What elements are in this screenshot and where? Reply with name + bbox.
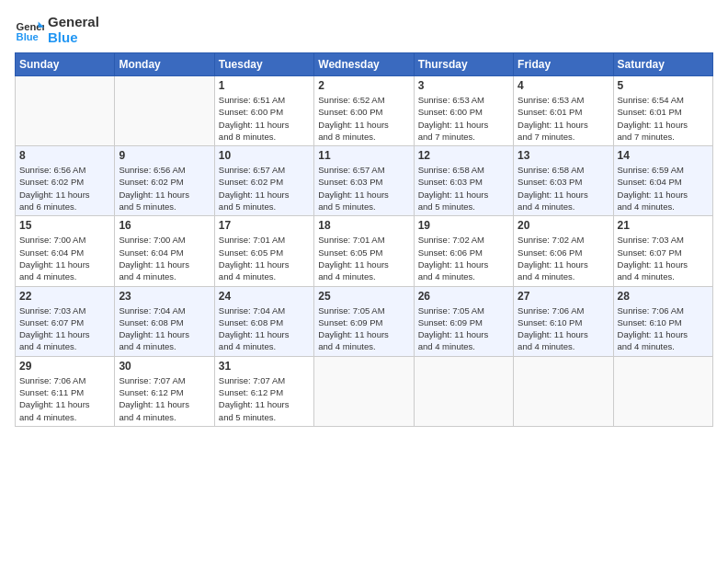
day-detail: Sunrise: 7:02 AMSunset: 6:06 PMDaylight:… (518, 234, 609, 282)
day-detail: Sunrise: 7:03 AMSunset: 6:07 PMDaylight:… (19, 304, 110, 353)
calendar-day-cell: 10 Sunrise: 6:57 AMSunset: 6:02 PMDaylig… (214, 146, 313, 216)
day-detail: Sunrise: 7:05 AMSunset: 6:09 PMDaylight:… (418, 304, 509, 353)
day-header-saturday: Saturday (613, 53, 712, 76)
day-number: 18 (318, 219, 409, 232)
day-detail: Sunrise: 7:06 AMSunset: 6:11 PMDaylight:… (19, 374, 110, 423)
day-detail: Sunrise: 7:00 AMSunset: 6:04 PMDaylight:… (119, 234, 210, 282)
day-detail: Sunrise: 6:58 AMSunset: 6:03 PMDaylight:… (418, 164, 509, 213)
day-detail: Sunrise: 7:07 AMSunset: 6:12 PMDaylight:… (219, 374, 310, 423)
day-detail: Sunrise: 7:03 AMSunset: 6:07 PMDaylight:… (618, 234, 709, 282)
day-number: 11 (318, 149, 409, 162)
day-detail: Sunrise: 6:57 AMSunset: 6:03 PMDaylight:… (318, 164, 409, 213)
day-detail: Sunrise: 6:57 AMSunset: 6:02 PMDaylight:… (219, 164, 310, 213)
calendar-day-cell: 4Sunrise: 6:53 AMSunset: 6:01 PMDaylight… (514, 76, 613, 146)
calendar-day-cell: 22 Sunrise: 7:03 AMSunset: 6:07 PMDaylig… (16, 286, 115, 356)
day-number: 13 (518, 149, 609, 162)
calendar-day-cell (16, 76, 115, 146)
day-number: 29 (19, 360, 110, 373)
calendar-day-cell (414, 356, 513, 426)
calendar-day-cell (115, 76, 214, 146)
calendar-week-row: 22 Sunrise: 7:03 AMSunset: 6:07 PMDaylig… (16, 286, 713, 356)
day-number: 22 (19, 290, 110, 303)
day-number: 21 (618, 219, 709, 232)
calendar-day-cell: 23 Sunrise: 7:04 AMSunset: 6:08 PMDaylig… (115, 286, 214, 356)
calendar-day-cell: 29 Sunrise: 7:06 AMSunset: 6:11 PMDaylig… (16, 356, 115, 426)
day-number: 10 (219, 149, 310, 162)
calendar-day-cell: 17 Sunrise: 7:01 AMSunset: 6:05 PMDaylig… (214, 216, 313, 286)
day-number: 23 (119, 290, 210, 303)
logo: General Blue General Blue (15, 15, 99, 45)
day-number: 17 (219, 219, 310, 232)
day-number: 30 (119, 360, 210, 373)
calendar-day-cell: 25 Sunrise: 7:05 AMSunset: 6:09 PMDaylig… (314, 286, 414, 356)
day-header-tuesday: Tuesday (214, 53, 313, 76)
day-number: 27 (518, 290, 609, 303)
calendar-table: SundayMondayTuesdayWednesdayThursdayFrid… (15, 52, 713, 427)
day-detail: Sunrise: 6:59 AMSunset: 6:04 PMDaylight:… (618, 164, 709, 213)
calendar-day-cell: 9 Sunrise: 6:56 AMSunset: 6:02 PMDayligh… (115, 146, 214, 216)
page-header: General Blue General Blue (15, 15, 713, 45)
day-number: 28 (618, 290, 709, 303)
calendar-day-cell: 16 Sunrise: 7:00 AMSunset: 6:04 PMDaylig… (115, 216, 214, 286)
calendar-day-cell: 15 Sunrise: 7:00 AMSunset: 6:04 PMDaylig… (16, 216, 115, 286)
day-detail: Sunrise: 7:06 AMSunset: 6:10 PMDaylight:… (518, 304, 609, 353)
calendar-day-cell: 30 Sunrise: 7:07 AMSunset: 6:12 PMDaylig… (115, 356, 214, 426)
calendar-day-cell: 11 Sunrise: 6:57 AMSunset: 6:03 PMDaylig… (314, 146, 414, 216)
day-number: 26 (418, 290, 509, 303)
calendar-day-cell: 8 Sunrise: 6:56 AMSunset: 6:02 PMDayligh… (16, 146, 115, 216)
day-detail: Sunrise: 7:01 AMSunset: 6:05 PMDaylight:… (318, 234, 409, 282)
calendar-day-cell: 28 Sunrise: 7:06 AMSunset: 6:10 PMDaylig… (613, 286, 712, 356)
day-detail: Sunrise: 7:04 AMSunset: 6:08 PMDaylight:… (219, 304, 310, 353)
calendar-day-cell: 18 Sunrise: 7:01 AMSunset: 6:05 PMDaylig… (314, 216, 414, 286)
day-header-friday: Friday (514, 53, 613, 76)
day-detail: Sunrise: 7:04 AMSunset: 6:08 PMDaylight:… (119, 304, 210, 353)
day-number: 14 (618, 149, 709, 162)
logo-icon: General Blue (15, 16, 44, 45)
day-detail: Sunrise: 7:05 AMSunset: 6:09 PMDaylight:… (318, 304, 409, 353)
day-number: 25 (318, 290, 409, 303)
day-header-sunday: Sunday (16, 53, 115, 76)
calendar-day-cell: 3Sunrise: 6:53 AMSunset: 6:00 PMDaylight… (414, 76, 513, 146)
calendar-header-row: SundayMondayTuesdayWednesdayThursdayFrid… (16, 53, 713, 76)
day-detail: Sunrise: 7:01 AMSunset: 6:05 PMDaylight:… (219, 234, 310, 282)
day-detail: Sunrise: 6:56 AMSunset: 6:02 PMDaylight:… (19, 164, 110, 213)
calendar-day-cell: 31 Sunrise: 7:07 AMSunset: 6:12 PMDaylig… (214, 356, 313, 426)
day-number: 20 (518, 219, 609, 232)
day-detail: Sunrise: 7:00 AMSunset: 6:04 PMDaylight:… (19, 234, 110, 282)
calendar-week-row: 29 Sunrise: 7:06 AMSunset: 6:11 PMDaylig… (16, 356, 713, 426)
calendar-day-cell: 20 Sunrise: 7:02 AMSunset: 6:06 PMDaylig… (514, 216, 613, 286)
day-header-thursday: Thursday (414, 53, 513, 76)
calendar-day-cell: 14 Sunrise: 6:59 AMSunset: 6:04 PMDaylig… (613, 146, 712, 216)
day-header-monday: Monday (115, 53, 214, 76)
calendar-week-row: 15 Sunrise: 7:00 AMSunset: 6:04 PMDaylig… (16, 216, 713, 286)
svg-text:Blue: Blue (17, 31, 39, 42)
calendar-day-cell: 5Sunrise: 6:54 AMSunset: 6:01 PMDaylight… (613, 76, 712, 146)
day-detail: Sunrise: 7:07 AMSunset: 6:12 PMDaylight:… (119, 374, 210, 423)
day-detail: Sunrise: 6:56 AMSunset: 6:02 PMDaylight:… (119, 164, 210, 213)
calendar-day-cell: 1Sunrise: 6:51 AMSunset: 6:00 PMDaylight… (214, 76, 313, 146)
day-number: 8 (19, 149, 110, 162)
day-detail: Sunrise: 7:02 AMSunset: 6:06 PMDaylight:… (418, 234, 509, 282)
calendar-day-cell (514, 356, 613, 426)
calendar-week-row: 8 Sunrise: 6:56 AMSunset: 6:02 PMDayligh… (16, 146, 713, 216)
calendar-day-cell (613, 356, 712, 426)
calendar-day-cell: 26 Sunrise: 7:05 AMSunset: 6:09 PMDaylig… (414, 286, 513, 356)
day-number: 9 (119, 149, 210, 162)
calendar-day-cell: 27 Sunrise: 7:06 AMSunset: 6:10 PMDaylig… (514, 286, 613, 356)
calendar-day-cell: 21 Sunrise: 7:03 AMSunset: 6:07 PMDaylig… (613, 216, 712, 286)
calendar-day-cell: 13 Sunrise: 6:58 AMSunset: 6:03 PMDaylig… (514, 146, 613, 216)
calendar-day-cell (314, 356, 414, 426)
day-header-wednesday: Wednesday (314, 53, 414, 76)
day-number: 12 (418, 149, 509, 162)
calendar-day-cell: 2Sunrise: 6:52 AMSunset: 6:00 PMDaylight… (314, 76, 414, 146)
day-detail: Sunrise: 7:06 AMSunset: 6:10 PMDaylight:… (618, 304, 709, 353)
calendar-day-cell: 12 Sunrise: 6:58 AMSunset: 6:03 PMDaylig… (414, 146, 513, 216)
calendar-day-cell: 24 Sunrise: 7:04 AMSunset: 6:08 PMDaylig… (214, 286, 313, 356)
day-number: 15 (19, 219, 110, 232)
day-number: 16 (119, 219, 210, 232)
calendar-week-row: 1Sunrise: 6:51 AMSunset: 6:00 PMDaylight… (16, 76, 713, 146)
day-detail: Sunrise: 6:58 AMSunset: 6:03 PMDaylight:… (518, 164, 609, 213)
day-number: 24 (219, 290, 310, 303)
day-number: 31 (219, 360, 310, 373)
day-number: 19 (418, 219, 509, 232)
